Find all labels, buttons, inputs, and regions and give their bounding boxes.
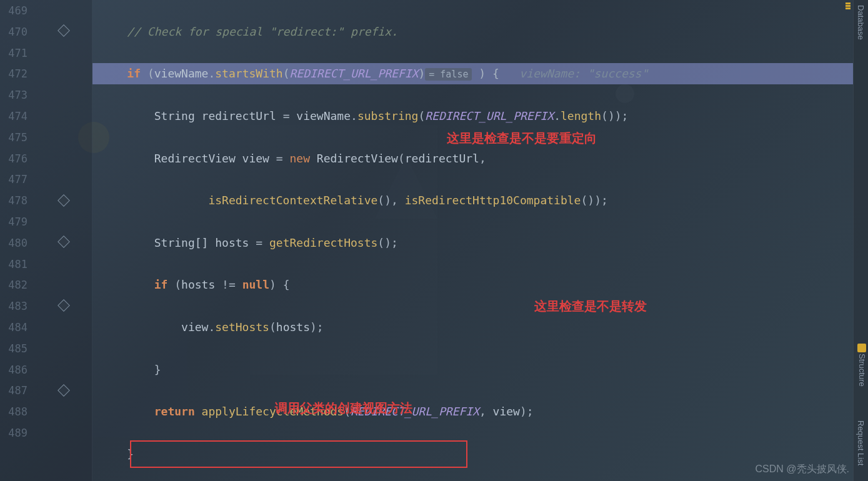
code-line: RedirectView view = new RedirectView(red… [92,148,853,169]
right-tool-sidebar: Database Structure Request List [853,0,868,481]
minimap-marker [846,2,851,4]
line-number: 482 [0,275,27,296]
tab-database[interactable]: Database [854,0,868,45]
line-number: 483 [0,296,27,317]
variable: hosts [276,320,310,334]
fold-icon[interactable] [57,194,70,207]
code-line: String[] hosts = getRedirectHosts(); [92,232,853,254]
method: isRedirectHttp10Compatible [405,194,581,207]
keyword: new [289,152,310,165]
structure-icon [857,344,866,352]
watermark: CSDN @秃头披风侠. [756,463,849,476]
line-number: 479 [0,212,27,233]
type: String [154,109,195,122]
tab-label: Structure [857,354,867,387]
variable: redirectUrl [405,152,479,165]
line-number: 480 [0,233,27,254]
code-line: // Check for special "redirect:" prefix. [92,21,853,42]
method: length [561,109,601,122]
keyword: return [154,405,195,418]
method: getRedirectHosts [269,236,377,249]
fold-icon[interactable] [57,236,70,248]
line-number: 474 [0,106,27,127]
minimap-marker [846,5,851,7]
code-line: view.setHosts(hosts); [92,317,853,338]
code-line: isRedirectContextRelative(), isRedirectH… [92,190,853,211]
comment: // Check for special "redirect:" prefix. [127,25,397,38]
line-number: 478 [0,191,27,212]
parameter-hint: viewName: "success" [519,67,648,80]
type: String[] [154,236,209,249]
keyword: if [127,67,141,80]
code-line: return applyLifecycleMethods(REDIRECT_UR… [92,401,853,422]
line-number: 487 [0,380,27,402]
variable: hosts [215,236,249,249]
line-numbers: 469 470 471 472 473 474 475 476 477 478 … [0,0,31,444]
type: RedirectView [154,152,236,165]
tab-request-list[interactable]: Request List [854,415,868,470]
line-number: 477 [0,169,27,191]
annotation-forward: 这里检查是不是转发 [534,298,647,315]
line-number: 488 [0,402,27,423]
fold-icon[interactable] [57,384,70,397]
type: RedirectView [317,152,398,165]
variable: view [493,405,520,418]
variable: view [242,152,269,165]
line-number: 485 [0,339,27,360]
constant: REDIRECT_URL_PREFIX [290,67,419,80]
constant: REDIRECT_URL_PREFIX [425,109,554,122]
fold-icon[interactable] [57,24,70,37]
inline-evaluation: = false [425,68,472,81]
line-number: 484 [0,317,27,339]
highlight-box [130,440,467,468]
line-number: 481 [0,254,27,275]
code-line: if (hosts != null) { [92,274,853,295]
fold-icon[interactable] [57,299,70,312]
tab-structure[interactable]: Structure [854,337,868,392]
line-number: 486 [0,360,27,381]
variable: viewName [296,109,351,122]
code-line: String redirectUrl = viewName.substring(… [92,106,853,127]
line-number: 469 [0,1,27,22]
variable: view [181,320,208,334]
method: setHosts [215,320,269,334]
annotation-redirect: 这里是检查是不是要重定向 [447,130,597,147]
method: isRedirectContextRelative [208,194,377,207]
line-number: 476 [0,149,27,170]
code-editor[interactable]: // Check for special "redirect:" prefix.… [92,0,853,481]
minimap-marker [846,7,851,9]
line-number: 470 [0,22,27,43]
editor-gutter: 469 470 471 472 473 474 475 476 477 478 … [0,0,92,481]
code-line: } [92,359,853,380]
method: substring [357,109,419,122]
variable: hosts [181,278,215,291]
keyword: if [154,278,168,291]
keyword: null [242,278,269,291]
variable: redirectUrl [202,109,276,122]
line-number: 472 [0,64,27,85]
line-number: 475 [0,127,27,149]
variable: viewName [154,67,209,80]
minimap[interactable] [846,2,851,10]
line-number: 489 [0,423,27,444]
code-line-highlighted: if (viewName.startsWith(REDIRECT_URL_PRE… [92,63,853,84]
line-number: 471 [0,43,27,64]
method: startsWith [215,67,282,80]
line-number: 473 [0,85,27,106]
annotation-parent: 调用父类的创建视图方法 [275,400,412,417]
